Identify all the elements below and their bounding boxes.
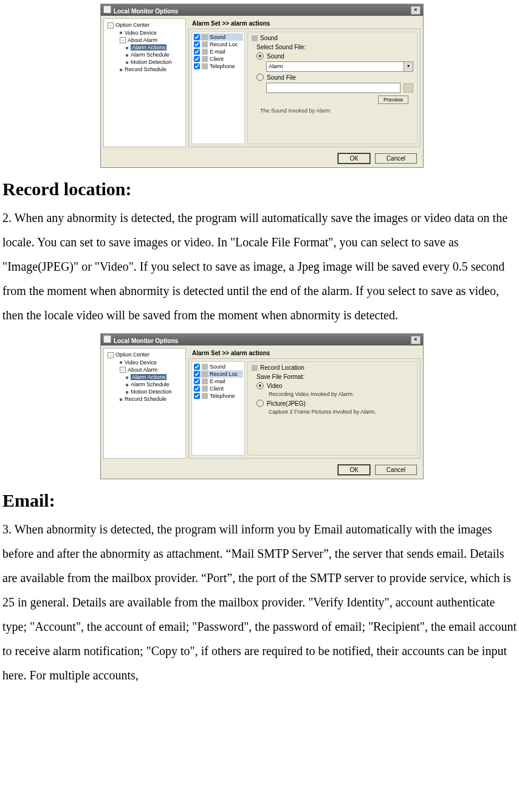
titlebar[interactable]: Local Monitor Options ×	[101, 4, 423, 16]
panel-title: Record Location	[260, 364, 304, 371]
speaker-icon	[252, 35, 258, 41]
ok-button[interactable]: OK	[338, 465, 369, 475]
tree-option-center[interactable]: -Option Center	[105, 351, 184, 359]
action-record-check[interactable]	[194, 371, 200, 377]
tree-alarm-actions[interactable]: Alarm Actions	[105, 373, 184, 381]
action-email-check[interactable]	[194, 378, 200, 384]
tree-alarm-actions[interactable]: Alarm Actions	[105, 44, 184, 51]
heading-record-location: Record location:	[2, 179, 519, 200]
close-icon[interactable]: ×	[411, 6, 421, 15]
sound-select[interactable]: Alarm▾	[266, 61, 413, 72]
sound-file-path-input[interactable]	[266, 83, 400, 93]
ok-button[interactable]: OK	[338, 153, 369, 164]
action-client[interactable]: Client	[193, 55, 243, 63]
dialog-local-monitor-options-sound: Local Monitor Options × -Option Center V…	[100, 4, 424, 168]
action-email-check[interactable]	[194, 49, 200, 55]
window-title: Local Monitor Options	[114, 338, 178, 344]
speaker-icon	[202, 34, 208, 40]
sound-panel: Sound Select Sound File: Sound Alarm▾ So…	[247, 32, 418, 144]
radio-picture-label: Picture(JPEG)	[267, 400, 306, 407]
heading-email: Email:	[2, 490, 519, 511]
action-email[interactable]: E-mail	[193, 378, 243, 385]
cancel-button[interactable]: Cancel	[375, 153, 417, 164]
options-tree[interactable]: -Option Center Video Device -About Alarm…	[103, 348, 186, 459]
action-telephone[interactable]: Telephone	[193, 392, 243, 400]
radio-sound[interactable]	[256, 52, 264, 60]
window-title: Local Monitor Options	[114, 8, 178, 15]
mail-icon	[202, 378, 208, 384]
speaker-icon	[202, 364, 208, 370]
folder-icon	[202, 371, 208, 377]
action-record-location[interactable]: Record Loc	[193, 370, 243, 378]
alarm-action-list: Sound Record Loc E-mail Client Telephone	[191, 361, 245, 456]
action-client-check[interactable]	[194, 56, 200, 62]
paragraph-record-location: 2. When any abnormity is detected, the p…	[2, 206, 519, 327]
radio-sound-file[interactable]	[256, 74, 264, 81]
action-record-check[interactable]	[194, 41, 200, 47]
options-tree[interactable]: -Option Center Video Device -About Alarm…	[103, 18, 186, 147]
tree-video-device[interactable]: Video Device	[105, 29, 184, 36]
app-icon	[103, 335, 111, 343]
tree-option-center[interactable]: -Option Center	[105, 21, 184, 29]
video-sub-label: Recording Video Invoked by Alarm.	[269, 391, 413, 397]
save-file-format-label: Save File Format:	[256, 373, 413, 380]
phone-icon	[202, 63, 208, 69]
preview-button[interactable]: Preview	[378, 95, 408, 104]
action-client[interactable]: Client	[193, 385, 243, 392]
radio-video[interactable]	[256, 382, 264, 389]
action-record-location[interactable]: Record Loc	[193, 41, 243, 48]
action-telephone[interactable]: Telephone	[193, 63, 243, 70]
alarm-action-list: Sound Record Loc E-mail Client Telephone	[191, 32, 245, 144]
tree-motion-detection[interactable]: Motion Detection	[105, 58, 184, 66]
tree-record-schedule[interactable]: Record Schedule	[105, 66, 184, 73]
browse-folder-icon[interactable]	[404, 83, 413, 92]
tree-record-schedule[interactable]: Record Schedule	[105, 395, 184, 403]
folder-icon	[202, 41, 208, 47]
radio-picture[interactable]	[256, 400, 264, 407]
mail-icon	[202, 49, 208, 55]
client-icon	[202, 386, 208, 392]
action-email[interactable]: E-mail	[193, 48, 243, 55]
action-sound[interactable]: Sound	[193, 33, 243, 41]
radio-sound-file-label: Sound File	[267, 74, 296, 81]
breadcrumb: Alarm Set >> alarm actions	[188, 348, 421, 358]
chevron-down-icon[interactable]: ▾	[404, 62, 413, 71]
app-icon	[103, 5, 111, 13]
select-sound-file-label: Select Sound File:	[256, 44, 413, 50]
cancel-button[interactable]: Cancel	[375, 465, 417, 475]
tree-about-alarm[interactable]: -About Alarm	[105, 366, 184, 374]
panel-title: Sound	[260, 35, 278, 41]
picture-sub-label: Capture 2 Frame Pictures Invoked by Alar…	[269, 409, 413, 415]
client-icon	[202, 56, 208, 62]
tree-motion-detection[interactable]: Motion Detection	[105, 388, 184, 395]
radio-video-label: Video	[267, 383, 282, 389]
action-telephone-check[interactable]	[194, 393, 200, 399]
phone-icon	[202, 393, 208, 399]
action-client-check[interactable]	[194, 386, 200, 392]
close-icon[interactable]: ×	[411, 336, 421, 344]
action-telephone-check[interactable]	[194, 63, 200, 69]
breadcrumb: Alarm Set >> alarm actions	[188, 18, 421, 29]
tree-about-alarm[interactable]: -About Alarm	[105, 36, 184, 44]
action-sound-check[interactable]	[194, 364, 200, 370]
folder-icon	[252, 365, 258, 371]
tree-video-device[interactable]: Video Device	[105, 359, 184, 366]
action-sound-check[interactable]	[194, 34, 200, 40]
radio-sound-label: Sound	[267, 53, 284, 60]
record-location-panel: Record Location Save File Format: Video …	[247, 361, 418, 456]
dialog-local-monitor-options-record: Local Monitor Options × -Option Center V…	[100, 333, 424, 479]
action-sound[interactable]: Sound	[193, 363, 243, 370]
tree-alarm-schedule[interactable]: Alarm Schedule	[105, 381, 184, 388]
paragraph-email: 3. When abnormity is detected, the progr…	[2, 517, 519, 687]
titlebar[interactable]: Local Monitor Options ×	[101, 334, 423, 345]
tree-alarm-schedule[interactable]: Alarm Schedule	[105, 51, 184, 58]
sound-hint: The Sound Invoked by Alarm	[260, 108, 413, 114]
